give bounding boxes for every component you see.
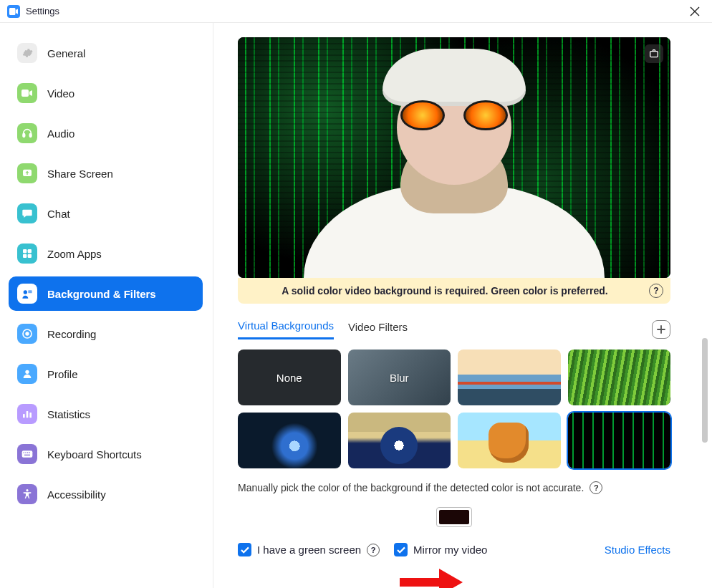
- sidebar: General Video Audio Share Screen: [0, 23, 213, 588]
- svg-rect-13: [23, 414, 25, 418]
- sidebar-item-video[interactable]: Video: [9, 76, 203, 110]
- svg-rect-23: [650, 52, 658, 57]
- green-screen-help-button[interactable]: ?: [367, 544, 380, 556]
- tab-label: Video Filters: [348, 321, 408, 333]
- check-icon: [241, 546, 249, 554]
- svg-rect-17: [24, 452, 24, 453]
- swatch-color: [439, 510, 469, 524]
- bg-thumb-blur[interactable]: Blur: [348, 350, 451, 405]
- sidebar-item-label: Recording: [47, 328, 96, 340]
- sidebar-item-share-screen[interactable]: Share Screen: [9, 156, 203, 191]
- apps-icon: [17, 244, 37, 264]
- rotate-icon: [648, 48, 660, 59]
- sidebar-item-general[interactable]: General: [9, 36, 203, 70]
- tab-video-filters[interactable]: Video Filters: [348, 321, 408, 339]
- sidebar-item-label: Zoom Apps: [47, 248, 102, 260]
- add-background-button[interactable]: [652, 320, 670, 339]
- svg-rect-18: [25, 452, 26, 453]
- accessibility-icon: [17, 484, 37, 504]
- checkbox-box: [394, 543, 408, 556]
- svg-rect-1: [23, 134, 25, 138]
- bg-thumb-none[interactable]: None: [238, 350, 341, 405]
- bg-thumb-bridge[interactable]: [458, 350, 561, 405]
- sidebar-item-background-filters[interactable]: Background & Filters: [9, 276, 203, 311]
- sidebar-item-audio[interactable]: Audio: [9, 116, 203, 150]
- bg-thumb-grass[interactable]: [568, 350, 671, 405]
- svg-rect-5: [28, 249, 32, 253]
- background-grid: None Blur: [238, 350, 670, 468]
- chat-icon: [17, 203, 37, 223]
- zoom-logo-icon: [7, 5, 20, 18]
- studio-effects-link[interactable]: Studio Effects: [605, 544, 670, 556]
- content-panel: A solid color video background is requir…: [213, 23, 712, 588]
- sidebar-item-chat[interactable]: Chat: [9, 196, 203, 231]
- checkbox-box: [238, 543, 251, 556]
- svg-point-11: [25, 332, 29, 335]
- headphones-icon: [17, 123, 37, 143]
- color-swatch[interactable]: [436, 507, 472, 527]
- checkbox-mirror-video[interactable]: Mirror my video: [394, 543, 487, 556]
- hint-help-button[interactable]: ?: [590, 481, 602, 494]
- svg-rect-15: [29, 413, 32, 418]
- gear-icon: [17, 43, 37, 63]
- svg-rect-2: [29, 134, 32, 138]
- sidebar-item-label: Accessibility: [47, 488, 106, 501]
- bg-thumb-pineapple[interactable]: [458, 413, 561, 468]
- svg-rect-19: [27, 452, 28, 453]
- statistics-icon: [17, 404, 37, 424]
- thumb-label: Blur: [390, 372, 409, 384]
- sidebar-item-recording[interactable]: Recording: [9, 317, 203, 351]
- bg-thumb-earth[interactable]: [238, 413, 341, 468]
- sidebar-item-keyboard-shortcuts[interactable]: Keyboard Shortcuts: [9, 437, 203, 471]
- sidebar-item-label: Audio: [47, 127, 74, 140]
- bg-thumb-oval-office[interactable]: [348, 413, 451, 468]
- sidebar-item-label: Statistics: [47, 408, 90, 420]
- svg-point-22: [26, 489, 28, 491]
- svg-point-12: [25, 370, 29, 374]
- sidebar-item-label: Keyboard Shortcuts: [47, 448, 142, 461]
- background-filters-icon: [17, 284, 37, 304]
- tab-virtual-backgrounds[interactable]: Virtual Backgrounds: [238, 319, 334, 339]
- sidebar-item-accessibility[interactable]: Accessibility: [9, 477, 203, 511]
- svg-point-8: [24, 290, 27, 294]
- svg-rect-21: [24, 455, 30, 456]
- video-icon: [17, 83, 37, 103]
- sidebar-item-label: Video: [47, 87, 74, 100]
- sidebar-item-label: Profile: [47, 368, 78, 380]
- svg-rect-0: [21, 90, 29, 97]
- close-icon: [690, 6, 700, 16]
- hint-text: Manually pick the color of the backgroun…: [238, 482, 584, 493]
- sidebar-item-zoom-apps[interactable]: Zoom Apps: [9, 236, 203, 271]
- svg-rect-4: [23, 249, 27, 253]
- svg-rect-14: [27, 411, 29, 418]
- svg-rect-9: [28, 290, 32, 293]
- check-icon: [397, 546, 405, 554]
- bg-thumb-matrix[interactable]: [568, 413, 671, 468]
- svg-rect-7: [28, 254, 32, 258]
- annotation-arrow-icon: [400, 564, 464, 588]
- color-hint: Manually pick the color of the backgroun…: [238, 481, 688, 494]
- tab-label: Virtual Backgrounds: [238, 319, 334, 332]
- window-title: Settings: [26, 6, 679, 16]
- sidebar-item-label: Share Screen: [47, 168, 113, 180]
- sidebar-item-label: General: [47, 47, 85, 59]
- rotate-camera-button[interactable]: [645, 44, 663, 63]
- checkbox-green-screen[interactable]: I have a green screen ?: [238, 543, 380, 556]
- banner-text: A solid color video background is requir…: [282, 285, 607, 297]
- svg-rect-16: [22, 450, 33, 457]
- banner-help-button[interactable]: ?: [649, 284, 663, 298]
- info-banner: A solid color video background is requir…: [238, 278, 670, 304]
- scrollbar-thumb[interactable]: [702, 338, 708, 443]
- tabs: Virtual Backgrounds Video Filters: [238, 319, 670, 339]
- thumb-label: None: [276, 372, 302, 384]
- checkbox-label: Mirror my video: [413, 544, 487, 556]
- close-button[interactable]: [685, 1, 705, 21]
- recording-icon: [17, 324, 37, 344]
- titlebar: Settings: [0, 0, 712, 23]
- plus-icon: [656, 324, 666, 334]
- sidebar-item-statistics[interactable]: Statistics: [9, 397, 203, 431]
- sidebar-item-profile[interactable]: Profile: [9, 357, 203, 391]
- profile-icon: [17, 364, 37, 384]
- svg-rect-20: [29, 452, 30, 453]
- sidebar-item-label: Chat: [47, 208, 70, 220]
